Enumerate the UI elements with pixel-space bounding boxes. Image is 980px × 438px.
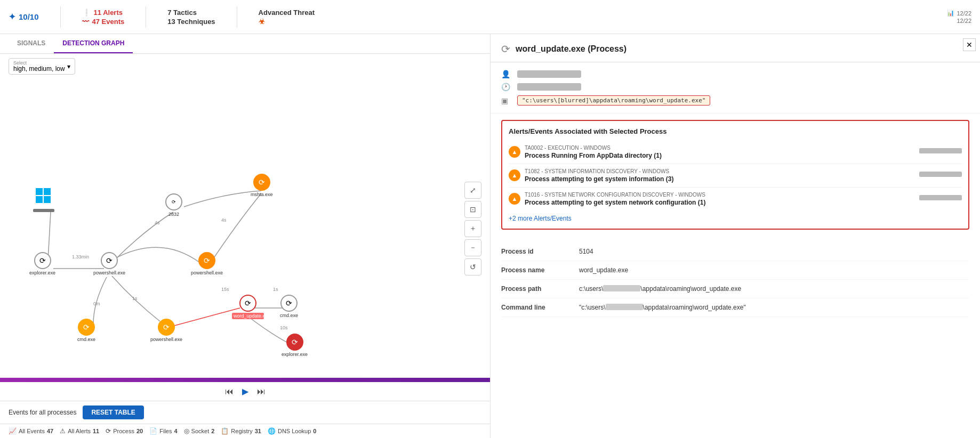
alert-content-2: T1016 - SYSTEM NETWORK CONFIGURATION DIS… (525, 192, 915, 206)
alert-badge-0: ▲ (509, 146, 520, 158)
node-powershell2[interactable]: ⟳ powershell.exe (191, 252, 223, 275)
node-powershell1[interactable]: ⟳ powershell.exe (93, 252, 125, 275)
node-cmd2[interactable]: ⟳ cmd.exe (77, 319, 95, 342)
filter-tab-process-label: Process (113, 428, 134, 434)
alert-tactic-2: T1016 - SYSTEM NETWORK CONFIGURATION DIS… (525, 192, 915, 198)
tab-signals[interactable]: SIGNALS (9, 34, 54, 53)
nav-zoom-out-btn[interactable]: － (464, 239, 481, 256)
node-windows[interactable] (33, 185, 54, 212)
filter-tab-files-label: Files (159, 428, 172, 434)
node-cmd1[interactable]: ⟳ cmd.exe (280, 295, 298, 318)
timeline-bar[interactable] (0, 378, 490, 382)
filter-tab-registry-label: Registry (231, 428, 252, 434)
nav-zoom-in-btn[interactable]: ＋ (464, 220, 481, 237)
meta-time-value (517, 83, 581, 91)
filter-tab-socket[interactable]: ◎ Socket 2 (184, 427, 215, 435)
filter-tab-all-alerts-label: All Alerts (68, 428, 91, 434)
node-word-update-label: word_update.exe (232, 313, 264, 319)
meta-time-row: 🕐 (501, 80, 969, 93)
meta-user-row: 👤 (501, 68, 969, 80)
nav-center-btn[interactable]: ⊡ (464, 201, 481, 218)
divider3 (237, 6, 237, 28)
forward-button[interactable]: ⏭ (257, 387, 266, 396)
filter-tab-all-events[interactable]: 📈 All Events 47 (9, 427, 53, 435)
command-line-label: Command line (501, 304, 571, 311)
alert-item-2[interactable]: ▲ T1016 - SYSTEM NETWORK CONFIGURATION D… (509, 188, 962, 210)
alerts-count: 11 Alerts (94, 9, 123, 17)
nav-move-btn[interactable]: ⤢ (464, 182, 481, 199)
detail-process-id: Process id 5104 (501, 242, 969, 261)
svg-text:1s: 1s (132, 296, 138, 301)
tactics-metric: 7 Tactics 13 Techniques (167, 9, 215, 26)
node-2832-label: 2832 (168, 212, 179, 217)
user-icon: 👤 (501, 70, 512, 78)
detail-process-name: Process name word_update.exe (501, 261, 969, 280)
filter-tab-all-alerts[interactable]: ⚠ All Alerts 11 (60, 427, 99, 435)
node-explorer1-label: explorer.exe (29, 270, 55, 275)
filter-tab-files[interactable]: 📄 Files 4 (149, 427, 177, 435)
events-label: Events for all processes (9, 409, 76, 416)
alert-item-1[interactable]: ▲ T1082 - SYSTEM INFORMATION DISCOVERY -… (509, 164, 962, 188)
svg-text:15s: 15s (221, 287, 229, 292)
score-value: 10/10 (19, 12, 39, 21)
filter-tabs: 📈 All Events 47 ⚠ All Alerts 11 ⟳ Proces… (0, 424, 490, 438)
close-button[interactable]: ✕ (963, 38, 976, 51)
nav-controls: ⤢ ⊡ ＋ － ↺ (464, 182, 481, 275)
process-name-value: word_update.exe (579, 266, 628, 274)
play-button[interactable]: ▶ (242, 386, 248, 396)
all-events-icon: 📈 (9, 427, 17, 435)
filter-tab-registry-count: 31 (255, 428, 261, 434)
rewind-button[interactable]: ⏮ (225, 387, 234, 396)
node-mshta[interactable]: ⟳ mshta.exe (251, 174, 273, 197)
process-path-label: Process path (501, 285, 571, 293)
svg-rect-13 (44, 188, 51, 195)
tabs-row: SIGNALS DETECTION GRAPH (0, 34, 490, 54)
meta-section: 👤 🕐 ▣ "c:\users\[blurred]\appdata\roamin… (491, 62, 980, 113)
graph-area: 1.33min 0m 1s 4s 4s 15s 1s 10s (0, 79, 490, 378)
alert-badge-2: ▲ (509, 193, 520, 205)
filter-tab-files-count: 4 (174, 428, 177, 434)
node-2832[interactable]: ⟳ 2832 (165, 193, 182, 217)
date1: 12/22 (957, 10, 971, 17)
svg-text:4s: 4s (221, 217, 227, 223)
meta-command-row: ▣ "c:\users\[blurred]\appdata\roaming\wo… (501, 93, 969, 108)
alert-desc-1: Process attempting to get system informa… (525, 175, 915, 183)
detail-process-path: Process path c:\users\ \appdata\roaming\… (501, 280, 969, 298)
node-powershell4[interactable]: ⟳ powershell.exe (150, 319, 182, 342)
filter-tab-registry[interactable]: 📋 Registry 31 (221, 427, 261, 435)
dns-icon: 🌐 (268, 427, 276, 435)
node-powershell4-label: powershell.exe (150, 337, 182, 342)
files-icon: 📄 (149, 427, 157, 435)
detail-command-line: Command line "c:\users\ \appdata\roaming… (501, 298, 969, 317)
more-alerts-link[interactable]: +2 more Alerts/Events (509, 215, 962, 222)
graph-canvas: 1.33min 0m 1s 4s 4s 15s 1s 10s (0, 79, 490, 378)
divider2 (146, 6, 146, 28)
severity-select[interactable]: Select high, medium, low ▾ (9, 58, 75, 75)
alert-item-0[interactable]: ▲ TA0002 - EXECUTION - WINDOWS Process R… (509, 141, 962, 164)
tab-detection-graph[interactable]: DETECTION GRAPH (54, 34, 133, 53)
svg-rect-14 (36, 196, 43, 203)
chevron-down-icon: ▾ (67, 63, 70, 70)
alert-content-0: TA0002 - EXECUTION - WINDOWS Process Run… (525, 145, 915, 159)
divider1 (60, 6, 61, 28)
process-name-label: Process name (501, 266, 571, 274)
node-explorer1[interactable]: ⟳ explorer.exe (29, 252, 55, 275)
node-word-update[interactable]: ⟳ word_update.exe (232, 295, 264, 319)
filter-tab-process-count: 20 (136, 428, 143, 434)
node-cmd2-label: cmd.exe (77, 337, 95, 342)
events-count: 47 Events (92, 18, 125, 26)
alert-bar-0 (919, 148, 962, 153)
clock-icon: 🕐 (501, 83, 512, 91)
svg-text:4s: 4s (155, 220, 160, 225)
node-explorer2[interactable]: ⟳ explorer.exe (282, 334, 308, 357)
meta-command-value: "c:\users\[blurred]\appdata\roaming\word… (517, 95, 710, 106)
windows-icon (35, 188, 52, 205)
filter-tab-dns[interactable]: 🌐 DNS Lookup 0 (268, 427, 317, 435)
node-powershell2-label: powershell.exe (191, 270, 223, 275)
right-panel: ✕ ⟳ word_update.exe (Process) 👤 🕐 ▣ "c:\… (491, 34, 980, 438)
filter-row: Select high, medium, low ▾ (0, 54, 490, 79)
filter-tab-socket-count: 2 (211, 428, 214, 434)
reset-table-button[interactable]: RESET TABLE (83, 405, 143, 419)
nav-refresh-btn[interactable]: ↺ (464, 258, 481, 275)
filter-tab-process[interactable]: ⟳ Process 20 (106, 427, 143, 435)
